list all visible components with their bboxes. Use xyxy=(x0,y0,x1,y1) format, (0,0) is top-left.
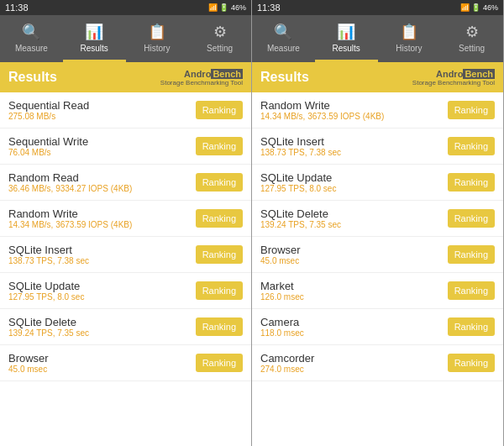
result-row: Market 126.0 msec Ranking xyxy=(252,273,503,309)
result-value: 138.73 TPS, 7.38 sec xyxy=(8,256,89,265)
ranking-button[interactable]: Ranking xyxy=(196,101,243,119)
ranking-button[interactable]: Ranking xyxy=(448,209,495,228)
result-value: 76.04 MB/s xyxy=(8,148,88,157)
results-icon: 📊 xyxy=(85,23,103,41)
ranking-button[interactable]: Ranking xyxy=(448,137,495,155)
ranking-button[interactable]: Ranking xyxy=(448,245,495,264)
result-row: Browser 45.0 msec Ranking xyxy=(252,237,503,273)
nav-item-history[interactable]: 📋 History xyxy=(378,15,441,62)
history-icon: 📋 xyxy=(148,23,166,41)
brand-andro: Andro xyxy=(436,69,463,79)
nav-item-results[interactable]: 📊 Results xyxy=(63,15,126,62)
result-name: Market xyxy=(260,280,304,292)
ranking-button[interactable]: Ranking xyxy=(448,317,495,336)
ranking-button[interactable]: Ranking xyxy=(196,245,243,264)
brand-logo: AndroBench Storage Benchmarking Tool xyxy=(160,69,243,87)
result-value: 14.34 MB/s, 3673.59 IOPS (4KB) xyxy=(260,112,384,121)
ranking-button[interactable]: Ranking xyxy=(448,281,495,300)
phone-panel-left: 11:38 📶 🔋 46% 🔍 Measure 📊 Results 📋 Hist… xyxy=(0,0,252,446)
result-info: Camera 118.0 msec xyxy=(260,316,304,338)
nav-item-history[interactable]: 📋 History xyxy=(126,15,189,62)
result-name: Camcorder xyxy=(260,352,314,365)
brand-sub: Storage Benchmarking Tool xyxy=(412,79,495,87)
nav-label-measure: Measure xyxy=(15,44,48,53)
brand-logo: AndroBench Storage Benchmarking Tool xyxy=(412,69,495,87)
nav-bar: 🔍 Measure 📊 Results 📋 History ⚙ Setting xyxy=(0,15,251,62)
result-value: 36.46 MB/s, 9334.27 IOPS (4KB) xyxy=(8,184,132,193)
result-row: Camcorder 274.0 msec Ranking xyxy=(252,345,503,381)
ranking-button[interactable]: Ranking xyxy=(196,137,243,155)
nav-item-setting[interactable]: ⚙ Setting xyxy=(188,15,251,62)
result-name: SQLite Delete xyxy=(8,316,89,328)
result-value: 138.73 TPS, 7.38 sec xyxy=(260,148,341,157)
result-row: SQLite Delete 139.24 TPS, 7.35 sec Ranki… xyxy=(0,309,251,345)
status-time: 11:38 xyxy=(257,3,281,13)
result-info: Random Read 36.46 MB/s, 9334.27 IOPS (4K… xyxy=(8,171,132,193)
ranking-button[interactable]: Ranking xyxy=(196,281,243,300)
result-name: Sequential Read xyxy=(8,99,89,112)
result-name: SQLite Insert xyxy=(260,135,341,148)
result-row: SQLite Insert 138.73 TPS, 7.38 sec Ranki… xyxy=(0,237,251,273)
brand-andro: Andro xyxy=(184,69,211,79)
result-value: 14.34 MB/s, 3673.59 IOPS (4KB) xyxy=(8,220,132,229)
result-row: SQLite Delete 139.24 TPS, 7.35 sec Ranki… xyxy=(252,201,503,237)
result-row: Sequential Write 76.04 MB/s Ranking xyxy=(0,129,251,165)
ranking-button[interactable]: Ranking xyxy=(448,101,495,119)
phone-panel-right: 11:38 📶 🔋 46% 🔍 Measure 📊 Results 📋 Hist… xyxy=(252,0,504,446)
result-name: Random Write xyxy=(8,207,132,220)
result-info: SQLite Delete 139.24 TPS, 7.35 sec xyxy=(8,316,89,338)
result-row: Random Write 14.34 MB/s, 3673.59 IOPS (4… xyxy=(252,92,503,129)
measure-icon: 🔍 xyxy=(274,23,292,41)
nav-label-results: Results xyxy=(80,44,108,53)
nav-label-history: History xyxy=(396,44,422,53)
ranking-button[interactable]: Ranking xyxy=(196,173,243,192)
result-info: SQLite Delete 139.24 TPS, 7.35 sec xyxy=(260,207,341,229)
results-list: Sequential Read 275.08 MB/s Ranking Sequ… xyxy=(0,92,251,446)
result-row: Random Read 36.46 MB/s, 9334.27 IOPS (4K… xyxy=(0,165,251,201)
results-icon: 📊 xyxy=(337,23,355,41)
results-list: Random Write 14.34 MB/s, 3673.59 IOPS (4… xyxy=(252,92,503,446)
ranking-button[interactable]: Ranking xyxy=(448,173,495,192)
nav-label-setting: Setting xyxy=(459,44,485,53)
result-info: Sequential Write 76.04 MB/s xyxy=(8,135,88,157)
result-info: Random Write 14.34 MB/s, 3673.59 IOPS (4… xyxy=(260,99,384,121)
result-row: SQLite Update 127.95 TPS, 8.0 sec Rankin… xyxy=(252,165,503,201)
ranking-button[interactable]: Ranking xyxy=(196,354,243,372)
status-icons: 📶 🔋 46% xyxy=(208,3,246,12)
result-row: Browser 45.0 msec Ranking xyxy=(0,345,251,381)
results-header: Results AndroBench Storage Benchmarking … xyxy=(252,62,503,92)
ranking-button[interactable]: Ranking xyxy=(196,317,243,336)
ranking-button[interactable]: Ranking xyxy=(448,354,495,372)
result-value: 274.0 msec xyxy=(260,365,314,374)
result-name: Browser xyxy=(8,352,49,365)
nav-item-results[interactable]: 📊 Results xyxy=(315,15,378,62)
nav-label-measure: Measure xyxy=(267,44,300,53)
result-info: Market 126.0 msec xyxy=(260,280,304,302)
nav-item-setting[interactable]: ⚙ Setting xyxy=(440,15,503,62)
result-value: 118.0 msec xyxy=(260,328,304,338)
result-name: SQLite Delete xyxy=(260,207,341,220)
nav-item-measure[interactable]: 🔍 Measure xyxy=(0,15,63,62)
result-value: 45.0 msec xyxy=(260,256,301,265)
brand-bench: Bench xyxy=(211,69,243,79)
setting-icon: ⚙ xyxy=(465,23,479,41)
result-value: 139.24 TPS, 7.35 sec xyxy=(8,328,89,338)
status-bar: 11:38 📶 🔋 46% xyxy=(252,0,503,15)
result-info: Browser 45.0 msec xyxy=(8,352,49,374)
measure-icon: 🔍 xyxy=(22,23,40,41)
result-value: 139.24 TPS, 7.35 sec xyxy=(260,220,341,229)
result-value: 126.0 msec xyxy=(260,292,304,302)
nav-bar: 🔍 Measure 📊 Results 📋 History ⚙ Setting xyxy=(252,15,503,62)
result-name: Sequential Write xyxy=(8,135,88,148)
result-row: Sequential Read 275.08 MB/s Ranking xyxy=(0,92,251,129)
result-info: SQLite Insert 138.73 TPS, 7.38 sec xyxy=(260,135,341,157)
brand-name: AndroBench xyxy=(436,69,495,79)
result-info: SQLite Insert 138.73 TPS, 7.38 sec xyxy=(8,244,89,265)
result-name: Random Write xyxy=(260,99,384,112)
ranking-button[interactable]: Ranking xyxy=(196,209,243,228)
result-info: Sequential Read 275.08 MB/s xyxy=(8,99,89,121)
result-value: 127.95 TPS, 8.0 sec xyxy=(260,184,336,193)
result-info: Browser 45.0 msec xyxy=(260,244,301,265)
nav-item-measure[interactable]: 🔍 Measure xyxy=(252,15,315,62)
results-title: Results xyxy=(260,70,309,85)
